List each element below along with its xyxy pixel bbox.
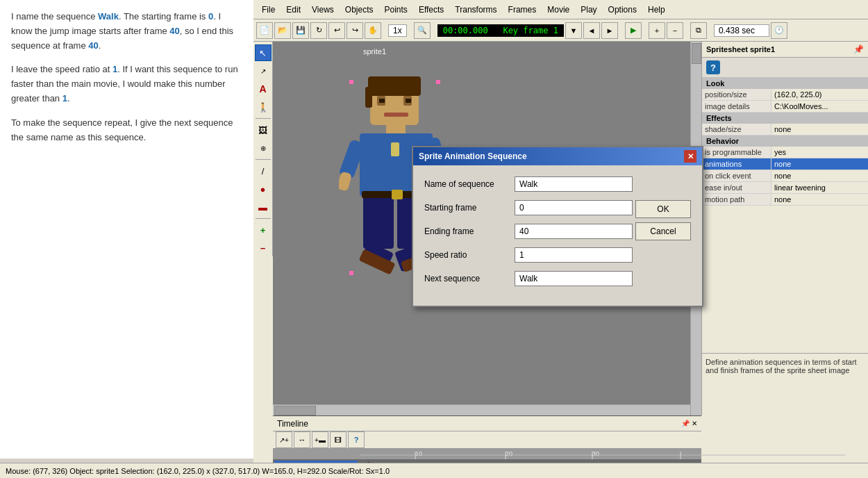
prop-programmable: is programmable yes (702, 147, 868, 158)
dialog-buttons: OK Cancel (635, 200, 691, 240)
timeline-add-btn[interactable]: ↗+ (276, 431, 292, 448)
open-button[interactable]: 📂 (274, 22, 291, 39)
add-frame-button[interactable]: + (649, 22, 665, 39)
save-button[interactable]: 💾 (292, 22, 309, 39)
rect-tool[interactable]: ▬ (255, 199, 272, 215)
menu-points[interactable]: Points (379, 3, 413, 17)
menu-options[interactable]: Options (603, 3, 642, 17)
section-effects: Effects (702, 113, 868, 124)
transform-tool[interactable]: ⊕ (255, 140, 272, 156)
menu-effects[interactable]: Effects (413, 3, 449, 17)
dialog-input-next[interactable] (515, 271, 633, 286)
menu-movie[interactable]: Movie (542, 3, 575, 17)
svg-rect-15 (363, 193, 394, 249)
zoom-display: 1x (388, 24, 407, 37)
subselect-tool[interactable]: ↗ (255, 63, 272, 79)
sprite-animation-dialog[interactable]: Sprite Animation Sequence ✕ Name of sequ… (412, 146, 703, 307)
canvas-scrollbar-h[interactable] (273, 404, 690, 415)
play-button[interactable]: ▶ (625, 22, 642, 39)
statusbar-text: Mouse: (677, 326) Object: sprite1 Select… (6, 467, 390, 475)
timeline-pin-button[interactable]: 📌 ✕ (681, 420, 697, 427)
dialog-input-name[interactable] (515, 176, 633, 192)
dialog-close-button[interactable]: ✕ (684, 150, 696, 163)
image-tool[interactable]: 🖼 (255, 122, 272, 138)
menu-transforms[interactable]: Transforms (449, 3, 502, 17)
menu-help[interactable]: Help (642, 3, 671, 17)
undo-button[interactable]: ↩ (328, 22, 345, 39)
toolbar: 📄 📂 💾 ↻ ↩ ↪ ✋ 1x 🔍 00:00.000 Key frame 1… (253, 19, 868, 42)
frame0-highlight: 0 (208, 11, 213, 22)
redo-button[interactable]: ↪ (347, 22, 363, 39)
left-text-1: I name the sequence Walk. The starting f… (11, 10, 242, 53)
left-text-3: To make the sequence repeat, I give the … (11, 116, 242, 145)
ruler-ticks (360, 448, 846, 459)
dialog-ok-button[interactable]: OK (635, 200, 691, 218)
svg-rect-10 (391, 142, 399, 156)
nav-left-button[interactable]: ◄ (583, 22, 600, 39)
menu-play[interactable]: Play (575, 3, 602, 17)
prop-image-details: image details C:\KoolMoves... (702, 101, 868, 113)
timeline-header: Timeline 📌 ✕ (273, 416, 701, 431)
menu-views[interactable]: Views (306, 3, 340, 17)
dialog-input-speed[interactable] (515, 247, 633, 263)
help-icon[interactable]: ? (706, 60, 720, 74)
line-tool[interactable]: / (255, 163, 272, 179)
dialog-label-next: Next sequence (424, 274, 515, 283)
prop-ease: ease in/out linear tweening (702, 182, 868, 194)
dialog-label-speed: Speed ratio (424, 250, 515, 260)
sprite-name-label: sprite1 (363, 47, 386, 56)
nav-right-button[interactable]: ► (601, 22, 618, 39)
nav-dropdown-button[interactable]: ▼ (565, 22, 582, 39)
keyframe-label: Key frame 1 (503, 26, 558, 35)
zoom-in-button[interactable]: 🔍 (414, 22, 431, 39)
dialog-title: Sprite Animation Sequence (419, 151, 527, 161)
right-panel: Spritesheet sprite1 📌 ? Look position/si… (701, 42, 868, 415)
text-tool[interactable]: A (255, 81, 272, 97)
plus-green[interactable]: + (255, 222, 272, 238)
new-button[interactable]: 📄 (256, 22, 273, 39)
svg-rect-6 (406, 99, 411, 103)
prop-position: position/size (162.0, 225.0) (702, 89, 868, 101)
statusbar: Mouse: (677, 326) Object: sprite1 Select… (0, 463, 868, 478)
select-tool[interactable]: ↖ (255, 44, 272, 61)
dialog-row-next: Next sequence (424, 271, 633, 286)
dialog-row-name: Name of sequence (424, 176, 633, 192)
section-behavior: Behavior (702, 135, 868, 147)
prop-motion-path: motion path none (702, 194, 868, 206)
clock-button[interactable]: 🕐 (771, 22, 787, 39)
hand-tool-button[interactable]: ✋ (365, 22, 381, 39)
timeline-toolbar: ↗+ ↔ +▬ 🎞 ? (273, 431, 701, 448)
dialog-input-end[interactable] (515, 224, 633, 239)
dialog-label-name: Name of sequence (424, 179, 515, 189)
remove-frame-button[interactable]: − (667, 22, 683, 39)
dialog-cancel-button[interactable]: Cancel (635, 222, 691, 240)
timeline-help-btn[interactable]: ? (348, 431, 365, 448)
menu-file[interactable]: File (256, 3, 281, 17)
svg-rect-1 (368, 76, 421, 96)
menu-edit[interactable]: Edit (281, 3, 306, 17)
prop-shade: shade/size none (702, 124, 868, 135)
prop-click-event: on click event none (702, 170, 868, 182)
walk-highlight: Walk (98, 11, 119, 22)
film-button[interactable]: ⧉ (690, 22, 707, 39)
dialog-titlebar: Sprite Animation Sequence ✕ (413, 147, 702, 165)
frame40a-highlight: 40 (169, 26, 179, 36)
help-text: Define animation sequences in terms of s… (701, 353, 868, 415)
prop-animations[interactable]: animations none (702, 158, 868, 170)
dialog-input-start[interactable] (515, 200, 633, 215)
panel-title-text: Spritesheet sprite1 (706, 45, 775, 53)
left-text-2: I leave the speed ratio at 1. If I want … (11, 63, 242, 106)
svg-rect-22 (392, 190, 403, 199)
walk-tool[interactable]: 🚶 (255, 99, 272, 115)
menu-frames[interactable]: Frames (503, 3, 542, 17)
svg-rect-8 (386, 124, 406, 133)
dialog-label-end: Ending frame (424, 226, 515, 236)
circle-tool[interactable]: ● (255, 181, 272, 197)
timeline-resize-btn[interactable]: ↔ (294, 431, 310, 448)
minus-red[interactable]: − (255, 240, 272, 256)
panel-pin-button[interactable]: 📌 (853, 44, 864, 54)
refresh-button[interactable]: ↻ (310, 22, 327, 39)
timeline-film-btn[interactable]: 🎞 (330, 431, 347, 448)
timeline-insert-btn[interactable]: +▬ (312, 431, 328, 448)
menu-objects[interactable]: Objects (340, 3, 379, 17)
